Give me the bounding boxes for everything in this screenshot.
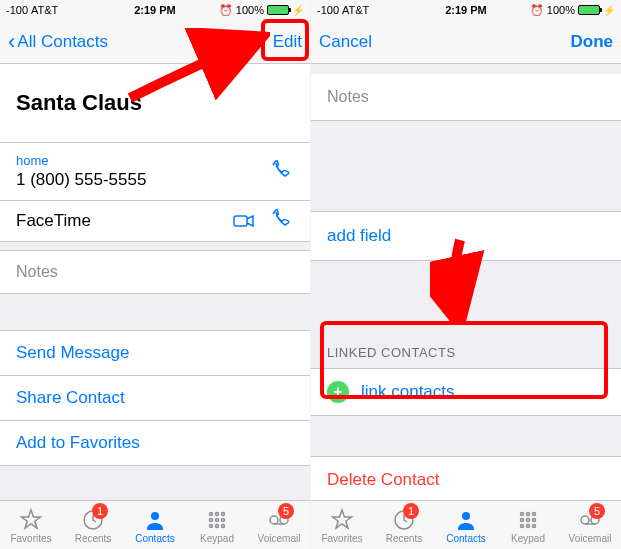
contact-content: Santa Claus home 1 (800) 555-5555 FaceTi… — [0, 64, 310, 500]
tab-contacts[interactable]: Contacts — [435, 501, 497, 549]
svg-point-18 — [533, 512, 536, 515]
phone-contact-view: -100 AT&T 2:19 PM ⏰ 100% ⚡ ‹ All Contact… — [0, 0, 310, 549]
back-button[interactable]: ‹ All Contacts — [8, 31, 108, 53]
phone-call-icon[interactable] — [270, 209, 294, 233]
tab-recents[interactable]: Recents 1 — [62, 501, 124, 549]
cancel-label: Cancel — [319, 32, 372, 52]
tab-voicemail[interactable]: Voicemail 5 — [248, 501, 310, 549]
svg-point-20 — [527, 518, 530, 521]
phone-label: home — [16, 153, 294, 168]
tab-label: Recents — [75, 533, 112, 544]
tab-recents[interactable]: Recents 1 — [373, 501, 435, 549]
voicemail-badge: 5 — [589, 503, 605, 519]
nav-bar: Cancel Done — [311, 20, 621, 64]
battery-icon — [267, 5, 289, 15]
svg-point-24 — [533, 524, 536, 527]
phone-row[interactable]: home 1 (800) 555-5555 — [0, 143, 310, 201]
tab-bar: Favorites Recents 1 Contacts Keypad Voic… — [311, 500, 621, 549]
svg-point-12 — [270, 516, 278, 524]
svg-point-15 — [462, 512, 470, 520]
battery-icon — [578, 5, 600, 15]
share-contact-button[interactable]: Share Contact — [0, 375, 310, 421]
link-contacts-label: link contacts… — [361, 382, 472, 402]
chevron-left-icon: ‹ — [8, 31, 15, 53]
svg-point-4 — [216, 512, 219, 515]
svg-point-7 — [216, 518, 219, 521]
edit-label: Edit — [273, 32, 302, 52]
charging-icon: ⚡ — [603, 5, 615, 16]
tab-label: Voicemail — [258, 533, 301, 544]
svg-point-19 — [521, 518, 524, 521]
tab-label: Keypad — [200, 533, 234, 544]
status-bar: -100 AT&T 2:19 PM ⏰ 100% ⚡ — [0, 0, 310, 20]
tab-voicemail[interactable]: Voicemail 5 — [559, 501, 621, 549]
add-to-favorites-button[interactable]: Add to Favorites — [0, 420, 310, 466]
facetime-row[interactable]: FaceTime — [0, 201, 310, 242]
svg-rect-0 — [234, 216, 247, 226]
delete-contact-button[interactable]: Delete Contact — [311, 456, 621, 500]
recents-badge: 1 — [403, 503, 419, 519]
notes-field[interactable]: Notes — [311, 74, 621, 121]
signal-strength: -100 — [6, 4, 28, 16]
recents-badge: 1 — [92, 503, 108, 519]
send-message-button[interactable]: Send Message — [0, 330, 310, 376]
tab-favorites[interactable]: Favorites — [0, 501, 62, 549]
carrier-name: AT&T — [342, 4, 369, 16]
battery-percent: 100% — [547, 4, 575, 16]
status-time: 2:19 PM — [445, 4, 487, 16]
svg-point-11 — [222, 524, 225, 527]
svg-point-25 — [581, 516, 589, 524]
svg-point-3 — [210, 512, 213, 515]
person-icon — [142, 507, 168, 533]
battery-percent: 100% — [236, 4, 264, 16]
tab-label: Voicemail — [569, 533, 612, 544]
svg-point-16 — [521, 512, 524, 515]
contact-name: Santa Claus — [0, 64, 310, 143]
keypad-icon — [515, 507, 541, 533]
svg-point-9 — [210, 524, 213, 527]
done-label: Done — [571, 32, 614, 52]
plus-icon: + — [327, 381, 349, 403]
linked-contacts-header: LINKED CONTACTS — [311, 333, 621, 368]
phone-call-icon[interactable] — [270, 160, 294, 184]
tab-favorites[interactable]: Favorites — [311, 501, 373, 549]
svg-point-2 — [151, 512, 159, 520]
tab-bar: Favorites Recents 1 Contacts Keypad Voic… — [0, 500, 310, 549]
status-time: 2:19 PM — [134, 4, 176, 16]
carrier-name: AT&T — [31, 4, 58, 16]
tab-keypad[interactable]: Keypad — [186, 501, 248, 549]
svg-point-8 — [222, 518, 225, 521]
tab-label: Recents — [386, 533, 423, 544]
svg-point-21 — [533, 518, 536, 521]
video-icon[interactable] — [232, 209, 256, 233]
tab-label: Favorites — [10, 533, 51, 544]
cancel-button[interactable]: Cancel — [319, 32, 372, 52]
nav-bar: ‹ All Contacts Edit — [0, 20, 310, 64]
edit-button[interactable]: Edit — [273, 32, 302, 52]
link-contacts-button[interactable]: + link contacts… — [311, 368, 621, 416]
signal-strength: -100 — [317, 4, 339, 16]
svg-point-17 — [527, 512, 530, 515]
svg-point-23 — [527, 524, 530, 527]
alarm-icon: ⏰ — [219, 4, 233, 17]
keypad-icon — [204, 507, 230, 533]
notes-row[interactable]: Notes — [0, 250, 310, 294]
back-label: All Contacts — [17, 32, 108, 52]
alarm-icon: ⏰ — [530, 4, 544, 17]
tab-label: Contacts — [446, 533, 485, 544]
add-field-button[interactable]: add field — [311, 211, 621, 261]
status-bar: -100 AT&T 2:19 PM ⏰ 100% ⚡ — [311, 0, 621, 20]
tab-label: Keypad — [511, 533, 545, 544]
svg-point-5 — [222, 512, 225, 515]
charging-icon: ⚡ — [292, 5, 304, 16]
tab-keypad[interactable]: Keypad — [497, 501, 559, 549]
svg-point-10 — [216, 524, 219, 527]
svg-point-6 — [210, 518, 213, 521]
done-button[interactable]: Done — [571, 32, 614, 52]
edit-content: Notes add field LINKED CONTACTS + link c… — [311, 64, 621, 500]
svg-point-22 — [521, 524, 524, 527]
phone-number: 1 (800) 555-5555 — [16, 170, 294, 190]
star-icon — [18, 507, 44, 533]
person-icon — [453, 507, 479, 533]
tab-contacts[interactable]: Contacts — [124, 501, 186, 549]
